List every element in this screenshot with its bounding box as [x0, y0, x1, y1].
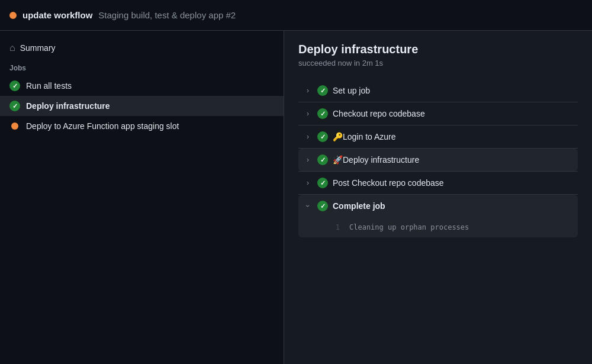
step-deploy-infrastructure[interactable]: › 🚀Deploy infrastructure: [298, 149, 578, 171]
sidebar-item-summary[interactable]: ⌂ Summary: [0, 38, 284, 58]
step-login-azure[interactable]: › 🔑Login to Azure: [298, 125, 578, 148]
success-icon-deploy-infrastructure: [9, 101, 20, 111]
sidebar-item-deploy-azure[interactable]: Deploy to Azure Function app staging slo…: [0, 116, 284, 136]
workflow-title-bold: update workflow: [22, 10, 92, 20]
step-post-checkout[interactable]: › Post Checkout repo codebase: [298, 172, 578, 194]
check-icon-set-up-job: [317, 85, 328, 96]
main-layout: ⌂ Summary Jobs Run all tests Deploy infr…: [0, 31, 592, 364]
job-label-deploy-infrastructure: Deploy infrastructure: [26, 101, 110, 111]
chevron-icon-login-azure: ›: [303, 133, 313, 141]
success-icon-run-all-tests: [9, 80, 20, 91]
chevron-icon-set-up-job: ›: [303, 86, 313, 95]
check-icon-login-azure: [317, 131, 328, 142]
check-icon-checkout-repo: [317, 108, 328, 119]
chevron-icon-deploy-infra: ›: [303, 156, 313, 164]
step-label-complete-job: Complete job: [333, 201, 385, 211]
check-icon-complete-job: [317, 201, 328, 211]
log-line-1: 1 Cleaning up orphan processes: [328, 222, 573, 233]
pending-icon-deploy-azure: [9, 121, 20, 131]
step-label-deploy-infra: 🚀Deploy infrastructure: [333, 155, 419, 165]
status-dot: [9, 12, 17, 19]
check-icon-post-checkout: [317, 178, 328, 188]
step-label-login-azure: 🔑Login to Azure: [333, 132, 396, 141]
header: update workflow Staging build, test & de…: [0, 0, 592, 31]
job-status: succeeded now in 2m 1s: [298, 59, 578, 67]
step-checkout-repo[interactable]: › Checkout repo codebase: [298, 102, 578, 125]
sidebar-item-run-all-tests[interactable]: Run all tests: [0, 76, 284, 96]
chevron-icon-complete-job: ›: [304, 201, 312, 211]
step-label-set-up-job: Set up job: [333, 86, 370, 95]
summary-label: Summary: [20, 43, 56, 53]
job-label-deploy-azure: Deploy to Azure Function app staging slo…: [26, 121, 179, 131]
log-line-number: 1: [328, 223, 340, 231]
step-label-checkout-repo: Checkout repo codebase: [333, 109, 425, 118]
chevron-icon-checkout-repo: ›: [303, 109, 313, 118]
sidebar: ⌂ Summary Jobs Run all tests Deploy infr…: [0, 31, 284, 364]
house-icon: ⌂: [9, 43, 15, 53]
main-content: Deploy infrastructure succeeded now in 2…: [284, 31, 592, 364]
step-complete-job-content: 1 Cleaning up orphan processes: [298, 217, 578, 237]
steps-list: › Set up job › Checkout repo codebase › …: [298, 79, 578, 237]
check-icon-deploy-infra: [317, 154, 328, 165]
step-label-post-checkout: Post Checkout repo codebase: [333, 178, 444, 188]
job-title: Deploy infrastructure: [298, 43, 578, 56]
step-set-up-job[interactable]: › Set up job: [298, 79, 578, 102]
job-label-run-all-tests: Run all tests: [26, 81, 72, 91]
workflow-title-light: Staging build, test & deploy app #2: [98, 10, 236, 20]
step-complete-job[interactable]: › Complete job: [298, 195, 578, 217]
sidebar-item-deploy-infrastructure[interactable]: Deploy infrastructure: [0, 96, 284, 116]
log-line-text: Cleaning up orphan processes: [349, 223, 469, 231]
chevron-icon-post-checkout: ›: [303, 179, 313, 187]
jobs-section-label: Jobs: [0, 58, 284, 76]
